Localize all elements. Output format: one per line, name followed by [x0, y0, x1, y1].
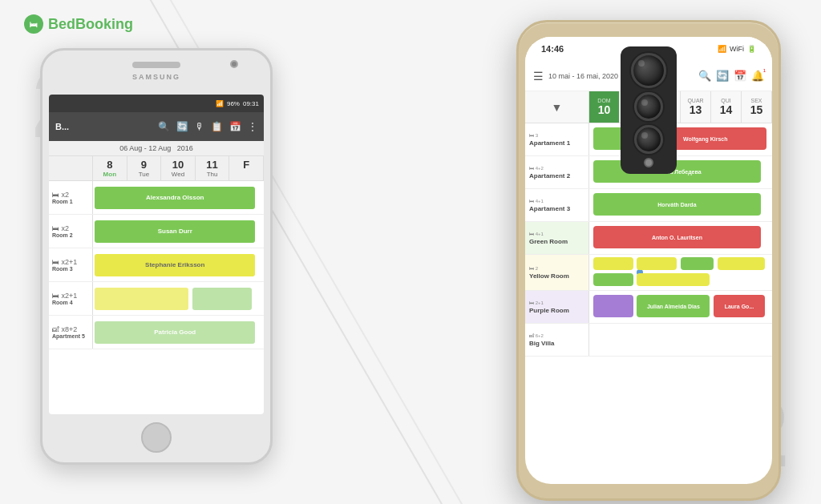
new-booking-cells-villa [589, 324, 772, 356]
old-toolbar[interactable]: B... 🔍 🔄 🎙 📋 📅 ⋮ [49, 112, 264, 141]
calendar-icon[interactable]: 📅 [229, 121, 241, 132]
old-booking-area-2: Susan Durr [93, 215, 264, 248]
bell-icon[interactable]: 🔔1 [751, 70, 764, 82]
booking-bar[interactable] [95, 288, 188, 310]
more-icon[interactable]: ⋮ [248, 121, 257, 132]
phone-old-home-btn[interactable] [141, 422, 172, 453]
room-name-5: Apartment 5 [52, 333, 89, 339]
old-date-row: 8 Mon 9 Tue 10 Wed 11 Thu F [49, 156, 264, 181]
bed-icon: 🛏 x2 [52, 224, 89, 232]
new-room-label-2: 🛏 4+2 Apartament 2 [525, 156, 589, 188]
room-capacity-1: 🛏 3 [529, 133, 584, 138]
room-name-2: Room 2 [52, 232, 89, 238]
phone-old-camera [230, 60, 238, 68]
booking-bar[interactable] [718, 257, 765, 270]
table-row: 🛋 6+2 Big Villa [525, 324, 772, 357]
booking-bar[interactable] [593, 295, 633, 317]
old-date-col-4: F [229, 156, 264, 180]
old-date-day-1: Tue [129, 171, 160, 178]
bed-icon: 🛏 x2 [52, 191, 89, 199]
phone-old-speaker [132, 62, 180, 68]
camera-flash [644, 158, 653, 167]
table-row: 🛏 x2 Room 1 Alexsandra Olsson [49, 181, 264, 215]
table-row: 🛏 2+1 Purple Room Julian Almeida Dias La… [525, 291, 772, 324]
old-status-bar: 📶 96% 09:31 [49, 95, 264, 112]
old-date-day-3: Thu [197, 171, 228, 178]
old-booking-area-1: Alexsandra Olsson [93, 181, 264, 214]
new-room-label-villa: 🛋 6+2 Big Villa [525, 324, 589, 356]
old-date-day-0: Mon [95, 171, 125, 178]
old-year: 2016 [177, 144, 193, 152]
bed-icon: 🛏 x2+1 [52, 258, 89, 266]
booking-bar[interactable]: Patricia Good [95, 321, 255, 344]
booking-bar[interactable]: Alexsandra Olsson [95, 187, 255, 209]
booking-bar[interactable] [593, 273, 633, 286]
search-icon[interactable]: 🔍 [158, 121, 170, 132]
old-date-num-0: 8 [95, 159, 125, 171]
table-row: 🛏 x2 Room 2 Susan Durr [49, 215, 264, 248]
booking-bar[interactable]: Susan Durr [95, 220, 255, 243]
calendar-icon[interactable]: 📅 [734, 70, 746, 82]
room-name-villa: Big Villa [529, 340, 584, 347]
old-toolbar-title: B... [55, 122, 152, 131]
table-row: 🛏 x2+1 Room 4 [49, 282, 264, 316]
booking-bar[interactable]: Horváth Darda [593, 193, 762, 216]
booking-name: Stephanie Eriksson [145, 261, 204, 268]
old-calendar-body: 🛏 x2 Room 1 Alexsandra Olsson 🛏 x2 Room … [49, 181, 264, 349]
bed-icon: 🛏 x2+1 [52, 292, 89, 300]
booking-name: Wolfgang Kirsch [683, 136, 727, 142]
phone-old-screen: 📶 96% 09:31 B... 🔍 🔄 🎙 📋 📅 ⋮ 06 Aug - 12… [49, 95, 264, 414]
old-wifi-icon: 📶 [216, 100, 224, 107]
booking-name: Patricia Good [154, 329, 196, 336]
old-date-num-4: F [231, 159, 261, 171]
booking-bar[interactable] [637, 257, 677, 270]
camera-lens-secondary [634, 92, 663, 121]
booking-bar[interactable]: Julian Almeida Dias [637, 295, 710, 317]
old-date-num-3: 11 [197, 159, 228, 171]
new-booking-cells-3: Horváth Darda [589, 189, 772, 221]
room-name-3: Room 3 [52, 266, 89, 272]
old-battery: 96% [227, 100, 240, 107]
old-date-col-2: 10 Wed [161, 156, 196, 180]
new-room-label-purple: 🛏 2+1 Purple Room [525, 291, 589, 323]
filter-col[interactable]: ▼ [525, 91, 589, 123]
phone-old: SAMSUNG 📶 96% 09:31 B... 🔍 🔄 🎙 📋 📅 ⋮ 06 [40, 48, 273, 465]
signal-icon: 📶 [718, 45, 726, 53]
new-room-label-green: 🛏 4+1 Green Room [525, 222, 589, 254]
new-cal-day-name-0: DOM [597, 98, 610, 103]
old-booking-area-4 [93, 282, 264, 315]
badge-icon[interactable]: 📋 [211, 121, 223, 132]
booking-bar[interactable]: Laura Go... [714, 295, 765, 317]
new-booking-cells-2: Лолита Лебедева [589, 156, 772, 188]
booking-bar[interactable] [637, 273, 710, 286]
refresh-icon[interactable]: 🔄 [716, 70, 729, 82]
room-capacity-purple: 🛏 2+1 [529, 300, 584, 305]
mic-icon[interactable]: 🎙 [195, 121, 204, 132]
phone-new-body: 14:46 📶 WiFi 🔋 ☰ 10 mai - 16 mai, 2020 🔍… [516, 20, 781, 501]
booking-name: Laura Go... [725, 304, 754, 309]
room-capacity-villa: 🛋 6+2 [529, 333, 584, 338]
booking-bar[interactable]: Stephanie Eriksson [95, 254, 255, 276]
filter-icon[interactable]: ▼ [552, 101, 563, 114]
booking-bar[interactable] [192, 288, 253, 310]
new-room-label-yellow: 🛏 2 Yellow Room [525, 255, 589, 290]
old-date-col-1: 9 Tue [127, 156, 162, 180]
booking-bar[interactable]: Anton O. Lauritsen [593, 226, 762, 248]
old-time: 09:31 [243, 100, 259, 107]
old-date-range: 06 Aug - 12 Aug [119, 144, 171, 152]
booking-bar[interactable] [593, 257, 633, 270]
old-room-label-4: 🛏 x2+1 Room 4 [49, 282, 93, 315]
table-row: 🛋 x8+2 Apartment 5 Patricia Good [49, 316, 264, 349]
refresh-icon[interactable]: 🔄 [176, 121, 188, 132]
logo-brand-prefix: Bed [48, 16, 75, 32]
menu-icon[interactable]: ☰ [533, 70, 544, 83]
new-room-label-1: 🛏 3 Apartament 1 [525, 123, 589, 155]
room-name-2: Apartament 2 [529, 172, 584, 179]
new-cal-day-name-4: QUI [721, 98, 730, 103]
logo-brand-suffix: Booking [75, 16, 133, 32]
search-icon[interactable]: 🔍 [698, 70, 711, 82]
old-date-col-0: 8 Mon [93, 156, 127, 180]
booking-bar[interactable] [681, 257, 714, 270]
camera-module [621, 46, 677, 174]
booking-bar[interactable]: Лолита Лебедева [593, 160, 762, 183]
